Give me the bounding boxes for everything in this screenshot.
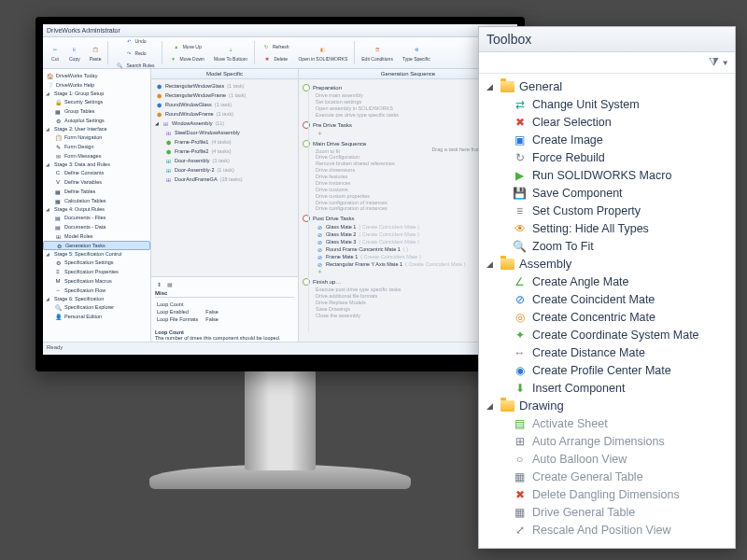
model-row[interactable]: ⬢RectangularWindowGlass (1 task) (153, 81, 296, 91)
toolbox-tree: ◢General⇄Change Unit System✖Clear Select… (479, 74, 735, 548)
toolbox-item[interactable]: ⊘Create Coincident Mate (485, 290, 731, 308)
model-row[interactable]: ⬢RoundWindowFrame (1 task) (153, 109, 296, 119)
nav-item[interactable]: ≡Specification Properties (43, 267, 150, 276)
property-row[interactable]: Loop File FormatsFalse (157, 316, 224, 322)
toolbox-item[interactable]: ◉Create Profile Center Mate (485, 361, 731, 379)
nav-item[interactable]: ◢Stage 5: Specification Control (43, 250, 150, 258)
toolbox-item[interactable]: ✦Create Coordinate System Mate (485, 326, 731, 343)
nav-item[interactable]: VDefine Variables (43, 177, 150, 187)
toolbox-item[interactable]: ⇄Change Unit System (485, 95, 731, 113)
toolbox-item[interactable]: ◎Create Concentric Mate (485, 308, 731, 326)
redo-button[interactable]: ↷Redo (111, 48, 158, 59)
nav-item[interactable]: ▦Group Tables (43, 106, 150, 116)
toolbox-panel: Toolbox ⧩ ▾ ◢General⇄Change Unit System✖… (478, 26, 736, 549)
property-row[interactable]: Loop EnabledFalse (157, 309, 224, 315)
nav-item[interactable]: →Specification Flow (43, 286, 150, 295)
filter-icon[interactable]: ⧩ ▾ (709, 55, 727, 70)
task-icon: 💾 (513, 186, 527, 200)
toolbox-group[interactable]: ◢Assembly (485, 255, 731, 273)
props-hint-text: The number of times this component shoul… (155, 335, 294, 341)
nav-item[interactable]: 👤Personal Edition (43, 312, 150, 321)
nav-item[interactable]: ◢Stage 3: Data and Rules (43, 161, 150, 168)
toolbox-item[interactable]: ▤Activate Sheet (485, 414, 731, 432)
nav-item[interactable]: ⚙Generation Tasks (43, 241, 150, 250)
model-row[interactable]: ⬢Frame-Profile1 (4 tasks) (153, 137, 296, 147)
delete-button[interactable]: ✖Delete (258, 53, 293, 64)
toolbox-item[interactable]: ▦Drive General Table (485, 503, 731, 521)
model-row[interactable]: ⬢RectangularWindowFrame (1 task) (153, 91, 296, 100)
toolbox-item[interactable]: 💾Save Component (485, 184, 731, 202)
toolbox-item[interactable]: 🔍Zoom To Fit (485, 237, 731, 255)
grid-icon[interactable]: ▦ (166, 280, 174, 287)
nav-item[interactable]: ▤Documents - Files (43, 213, 150, 222)
solidworks-icon: ◧ (318, 45, 328, 54)
nav-item[interactable]: ✎Form Design (43, 142, 150, 151)
app-title: DriveWorks Administrator (47, 27, 120, 34)
task-icon: ▦ (513, 469, 527, 483)
toolbox-item[interactable]: ▦Create General Table (485, 468, 731, 485)
model-row[interactable]: ⊞DoorAndFrameGA (18 tasks) (153, 175, 296, 184)
toolbox-item[interactable]: ○Auto Balloon View (485, 450, 731, 468)
toolbox-item[interactable]: ▣Create Image (485, 131, 731, 148)
toolbox-item[interactable]: ≡Set Custom Property (485, 202, 731, 219)
nav-item[interactable]: 🏠DriveWorks Today (43, 71, 150, 80)
toolbox-group[interactable]: ◢General (485, 77, 731, 95)
toolbox-item[interactable]: ↻Force Rebuild (485, 148, 731, 166)
toolbox-item[interactable]: ↔Create Distance Mate (485, 343, 731, 361)
paste-button[interactable]: 📋Paste (86, 39, 106, 66)
move-up-button[interactable]: ▲Move Up (165, 41, 208, 52)
nav-item[interactable]: CDefine Constants (43, 168, 150, 177)
toolbox-item[interactable]: ⊞Auto Arrange Dimensions (485, 432, 731, 450)
nav-item[interactable]: ✉Form Messages (43, 151, 150, 161)
nav-item[interactable]: ❔DriveWorks Help (43, 80, 150, 90)
model-row[interactable]: ⊞SteelDoor-WindowAssembly (153, 128, 296, 137)
nav-item[interactable]: ◢Stage 6: Specification (43, 295, 150, 302)
edit-conditions-button[interactable]: ☰Edit Conditions (358, 39, 397, 66)
task-icon: ↔ (513, 345, 527, 359)
nav-item[interactable]: ⊞Model Rules (43, 231, 150, 241)
task-icon: 👁 (513, 221, 527, 235)
toolbox-title: Toolbox (479, 27, 735, 52)
undo-button[interactable]: ↶Undo (111, 35, 158, 47)
toolbox-item[interactable]: ✖Clear Selection (485, 113, 731, 131)
conditions-icon: ☰ (373, 45, 382, 54)
nav-item[interactable]: ◢Stage 4: Output Rules (43, 205, 150, 213)
redo-icon: ↷ (124, 49, 134, 58)
nav-item[interactable]: ⚙Autopilot Settings (43, 116, 150, 125)
refresh-button[interactable]: ↻Refresh (258, 41, 293, 52)
model-row[interactable]: ⊞Door-Assembly (1 task) (153, 156, 296, 165)
nav-item[interactable]: 📋Form Navigation (43, 133, 150, 142)
nav-item[interactable]: ◢Stage 1: Group Setup (43, 90, 150, 97)
model-row[interactable]: ◢⊞WindowAssembly (11) (153, 119, 296, 128)
nav-item[interactable]: 🔍Specification Explorer (43, 302, 150, 312)
nav-item[interactable]: ▦Calculation Tables (43, 196, 150, 205)
property-row[interactable]: Loop Count (157, 301, 224, 307)
model-row[interactable]: ⬢Frame-Profile2 (4 tasks) (153, 147, 296, 156)
nav-item[interactable]: 🔒Security Settings (43, 97, 150, 106)
toolbox-item[interactable]: ⬇Insert Component (485, 379, 731, 397)
cut-button[interactable]: ✂Cut (47, 39, 63, 66)
props-section-title: Misc (155, 289, 294, 298)
toolbox-item[interactable]: ∠Create Angle Mate (485, 273, 731, 290)
model-row[interactable]: ⊞Door-Assembly-2 (1 task) (153, 165, 296, 175)
task-icon: ⇄ (513, 97, 527, 111)
toolbox-item[interactable]: ⤢Rescale And Position View (485, 521, 731, 539)
sort-icon[interactable]: ⬍ (155, 280, 162, 287)
toolbox-item[interactable]: ✖Delete Dangling Dimensions (485, 485, 731, 503)
task-icon: ▦ (513, 505, 527, 519)
nav-item[interactable]: MSpecification Macros (43, 276, 150, 286)
type-specific-button[interactable]: ⚙Type Specific (399, 39, 434, 66)
model-row[interactable]: ⬢RoundWindowGlass (1 task) (153, 100, 296, 109)
move-bottom-button[interactable]: ⤓Move To Bottom (210, 39, 251, 66)
toolbox-item[interactable]: 👁Setting: Hide All Types (485, 219, 731, 237)
nav-item[interactable]: ▤Documents - Data (43, 222, 150, 231)
move-down-button[interactable]: ▼Move Down (165, 53, 208, 64)
nav-item[interactable]: ◢Stage 2: User Interface (43, 125, 150, 133)
nav-item[interactable]: ⚙Specification Settings (43, 258, 150, 267)
copy-button[interactable]: ⎘Copy (65, 39, 84, 66)
toolbox-item[interactable]: ▶Run SOLIDWORKS Macro (485, 166, 731, 184)
nav-item[interactable]: ▦Define Tables (43, 187, 150, 196)
model-column-header: Model Specific (151, 69, 298, 79)
open-solidworks-button[interactable]: ◧Open in SOLIDWORKS (294, 39, 351, 66)
toolbox-group[interactable]: ◢Drawing (485, 397, 731, 414)
